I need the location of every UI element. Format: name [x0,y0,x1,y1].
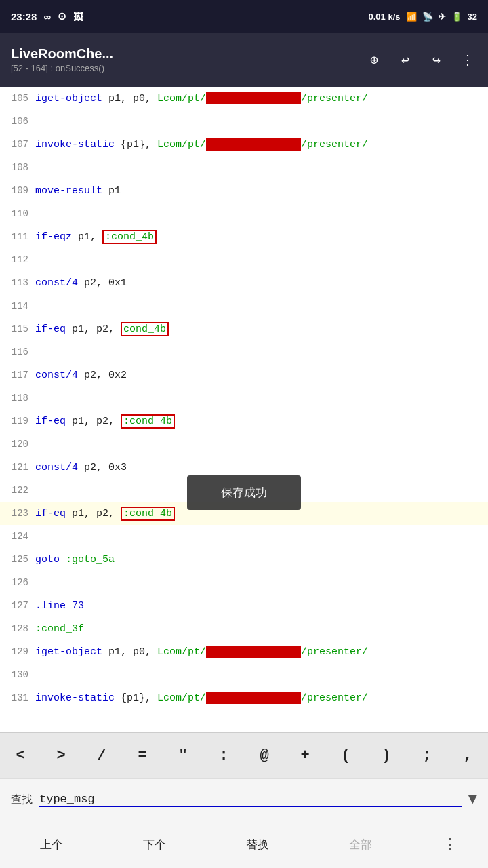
code-line-111: 111 if-eqz p1, :cond_4b [0,225,488,248]
code-line-105: 105 iget-object p1, p0, Lcom/pt/ /presen… [0,87,488,110]
search-label: 查找 [11,793,33,807]
sym-equals[interactable]: = [128,742,156,770]
status-right: 0.01 k/s 📶 📡 ✈ 🔋 32 [369,12,477,22]
line-num-117: 117 [0,370,35,380]
code-line-127: 127 .line 73 [0,594,488,617]
line-num-128: 128 [0,623,35,634]
code-line-108: 108 [0,156,488,179]
replace-all-button[interactable]: 全部 [333,830,388,859]
line-num-130: 130 [0,669,35,680]
line-content-128: :cond_3f [35,623,84,635]
line-num-131: 131 [0,692,35,703]
toast: 保存成功 [187,475,301,510]
status-battery-num: 32 [468,12,477,22]
sym-less-than[interactable]: < [6,742,34,770]
replace-button[interactable]: 替换 [230,830,285,859]
code-line-124: 124 [0,525,488,548]
sym-plus[interactable]: + [291,742,319,770]
nav-more-icon[interactable]: ⋮ [436,829,464,861]
code-line-116: 116 [0,340,488,363]
code-line-119: 119 if-eq p1, p2, :cond_4b [0,410,488,433]
code-lines: 105 iget-object p1, p0, Lcom/pt/ /presen… [0,87,488,709]
status-airplane: ✈ [439,12,446,22]
line-content-111: if-eqz p1, :cond_4b [35,230,157,244]
line-content-127: .line 73 [35,600,84,612]
sym-semicolon[interactable]: ; [413,742,441,770]
code-line-110: 110 [0,202,488,225]
status-wifi: 📡 [422,12,433,22]
line-num-129: 129 [0,646,35,657]
status-bar: 23:28 ∞ ⊙ 🖼 0.01 k/s 📶 📡 ✈ 🔋 32 [0,0,488,33]
sym-at[interactable]: @ [250,742,278,770]
code-line-125: 125 goto :goto_5a [0,548,488,571]
code-line-129: 129 iget-object p1, p0, Lcom/pt/ /presen… [0,640,488,663]
line-content-115: if-eq p1, p2, cond_4b [35,322,169,336]
status-image: 🖼 [73,11,83,22]
sym-close-paren[interactable]: ) [372,742,400,770]
line-num-124: 124 [0,531,35,542]
sym-colon[interactable]: : [209,742,237,770]
undo-icon[interactable]: ↩ [396,50,415,69]
line-content-123: if-eq p1, p2, :cond_4b [35,507,175,521]
toast-message: 保存成功 [221,486,267,499]
code-line-130: 130 保存成功 [0,663,488,686]
line-num-106: 106 [0,116,35,127]
line-num-116: 116 [0,347,35,357]
line-content-119: if-eq p1, p2, :cond_4b [35,414,175,429]
line-content-131: invoke-static {p1}, Lcom/pt/ /presenter/ [35,692,368,704]
line-content-109: move-result p1 [35,185,121,197]
sym-comma[interactable]: , [453,742,481,770]
status-data-speed: 0.01 k/s [369,12,401,22]
search-input-wrap [39,793,462,807]
status-time: 23:28 [11,11,37,22]
line-num-105: 105 [0,93,35,104]
line-content-125: goto :goto_5a [35,554,115,566]
code-line-106: 106 [0,110,488,133]
code-area: 105 iget-object p1, p0, Lcom/pt/ /presen… [0,87,488,732]
code-line-113: 113 const/4 p2, 0x1 [0,271,488,294]
line-content-129: iget-object p1, p0, Lcom/pt/ /presenter/ [35,646,368,658]
sym-greater-than[interactable]: > [47,742,75,770]
app-bar-title-section: LiveRoomChe... [52 - 164] : onSuccess() [11,46,357,73]
line-num-121: 121 [0,462,35,473]
line-num-119: 119 [0,416,35,427]
line-num-109: 109 [0,185,35,196]
status-sim: 📶 [406,12,417,22]
sym-quote[interactable]: " [169,742,197,770]
line-num-107: 107 [0,139,35,150]
line-num-115: 115 [0,323,35,334]
line-num-114: 114 [0,300,35,311]
code-line-114: 114 [0,294,488,317]
code-line-115: 115 if-eq p1, p2, cond_4b [0,317,488,340]
line-content-113: const/4 p2, 0x1 [35,277,127,289]
prev-button[interactable]: 上个 [24,830,79,859]
compass-icon[interactable]: ⊕ [365,50,384,69]
redo-icon[interactable]: ↪ [427,50,446,69]
code-line-120: 120 [0,433,488,456]
line-num-120: 120 [0,439,35,450]
code-line-117: 117 const/4 p2, 0x2 [0,363,488,387]
line-content-117: const/4 p2, 0x2 [35,370,127,381]
line-content-121: const/4 p2, 0x3 [35,462,127,473]
status-left: 23:28 ∞ ⊙ 🖼 [11,10,83,22]
more-icon[interactable]: ⋮ [458,50,477,69]
line-num-112: 112 [0,254,35,265]
status-record: ⊙ [58,10,66,22]
status-infinity: ∞ [43,11,51,22]
next-button[interactable]: 下个 [127,830,182,859]
app-bar-icons: ⊕ ↩ ↪ ⋮ [365,50,477,69]
code-line-118: 118 [0,387,488,410]
line-content-107: invoke-static {p1}, Lcom/pt/ /presenter/ [35,138,368,151]
sym-open-paren[interactable]: ( [331,742,359,770]
line-num-113: 113 [0,277,35,288]
code-line-107: 107 invoke-static {p1}, Lcom/pt/ /presen… [0,133,488,156]
app-subtitle: [52 - 164] : onSuccess() [11,63,357,73]
search-input[interactable] [39,793,462,806]
line-num-123: 123 [0,508,35,519]
bottom-nav: 上个 下个 替换 全部 ⋮ [0,821,488,868]
search-dropdown-icon[interactable]: ▼ [468,791,477,808]
line-num-108: 108 [0,162,35,173]
code-line-112: 112 [0,248,488,271]
sym-slash[interactable]: / [87,742,115,770]
line-num-122: 122 [0,485,35,496]
